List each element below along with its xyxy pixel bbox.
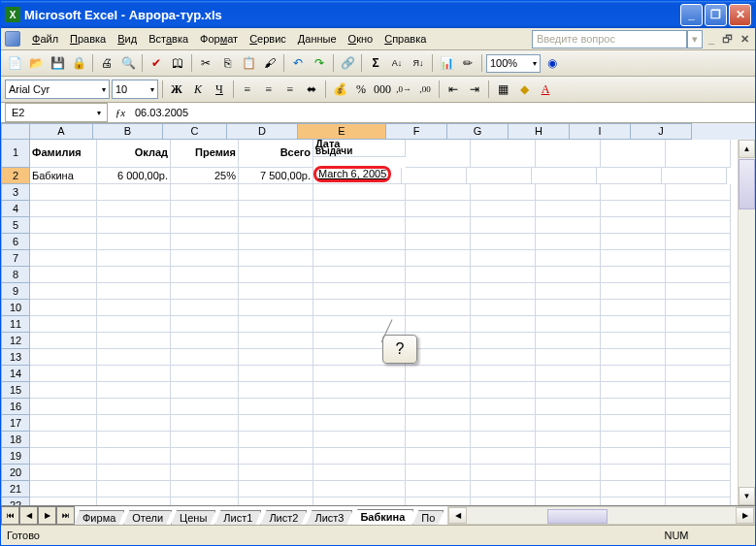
- cell-H16[interactable]: [536, 399, 601, 415]
- row-header-1[interactable]: 1: [1, 140, 30, 168]
- cell-D15[interactable]: [239, 382, 313, 399]
- row-header-2[interactable]: 2: [1, 168, 30, 184]
- cell-D5[interactable]: [239, 217, 313, 234]
- cell-B21[interactable]: [97, 481, 171, 498]
- col-header-h[interactable]: H: [509, 123, 570, 140]
- cell-I7[interactable]: [601, 250, 666, 267]
- cell-G12[interactable]: [471, 333, 536, 349]
- align-left-icon[interactable]: ≡: [238, 80, 257, 99]
- cell-F21[interactable]: [406, 481, 471, 498]
- cell-E16[interactable]: [313, 399, 406, 415]
- font-color-icon[interactable]: А: [536, 80, 555, 99]
- col-header-b[interactable]: B: [93, 123, 163, 140]
- cell-I19[interactable]: [601, 448, 666, 465]
- cell-F20[interactable]: [406, 465, 471, 481]
- doc-minimize[interactable]: _: [707, 33, 716, 45]
- comma-icon[interactable]: 000: [373, 80, 392, 99]
- cell-J18[interactable]: [666, 432, 731, 448]
- cell-C11[interactable]: [171, 316, 239, 333]
- cell-C14[interactable]: [171, 366, 239, 382]
- chart-icon[interactable]: 📊: [437, 53, 456, 73]
- cell-I9[interactable]: [601, 283, 666, 300]
- cell-I18[interactable]: [601, 432, 666, 448]
- cell-C3[interactable]: [171, 184, 239, 201]
- sort-asc-icon[interactable]: А↓: [387, 53, 407, 73]
- cell-F10[interactable]: [406, 300, 471, 316]
- tab-nav-last[interactable]: ⏭: [56, 506, 75, 525]
- fill-color-icon[interactable]: ◆: [514, 80, 534, 99]
- cell-C19[interactable]: [171, 448, 239, 465]
- cell-E4[interactable]: [313, 201, 406, 217]
- cell-I3[interactable]: [601, 184, 666, 201]
- cell-A4[interactable]: [30, 201, 97, 217]
- cell-F5[interactable]: [406, 217, 471, 234]
- tab-nav-first[interactable]: ⏮: [1, 506, 19, 525]
- cell-B11[interactable]: [97, 316, 171, 333]
- menu-view[interactable]: Вид: [112, 31, 143, 47]
- row-header-7[interactable]: 7: [1, 250, 30, 267]
- cell-B12[interactable]: [97, 333, 171, 349]
- cell-F7[interactable]: [406, 250, 471, 267]
- cell-A16[interactable]: [30, 399, 97, 415]
- spellcheck-icon[interactable]: ✔: [147, 53, 166, 73]
- cell-C5[interactable]: [171, 217, 239, 234]
- help-search[interactable]: Введите вопрос: [532, 30, 687, 48]
- col-header-j[interactable]: J: [631, 123, 692, 140]
- cell-F14[interactable]: [406, 366, 471, 382]
- cell-G13[interactable]: [471, 349, 536, 366]
- underline-button[interactable]: Ч: [210, 80, 229, 99]
- zoom-combo[interactable]: 100%▾: [486, 54, 541, 73]
- cell-I1[interactable]: [601, 140, 666, 168]
- cell-J3[interactable]: [666, 184, 731, 201]
- cell-A2[interactable]: Бабкина: [30, 168, 97, 184]
- open-icon[interactable]: 📂: [26, 53, 46, 73]
- align-right-icon[interactable]: ≡: [280, 80, 300, 99]
- cell-F17[interactable]: [406, 415, 471, 432]
- menu-file[interactable]: Файл: [26, 31, 64, 47]
- cell-B2[interactable]: 6 000,00р.: [97, 168, 171, 184]
- cell-B4[interactable]: [97, 201, 171, 217]
- cell-F8[interactable]: [406, 267, 471, 283]
- cell-A20[interactable]: [30, 465, 97, 481]
- cell-D13[interactable]: [239, 349, 313, 366]
- cell-I16[interactable]: [601, 399, 666, 415]
- doc-close[interactable]: ✕: [739, 33, 751, 46]
- cell-G22[interactable]: [471, 498, 536, 505]
- cell-H12[interactable]: [536, 333, 601, 349]
- row-header-13[interactable]: 13: [1, 349, 30, 366]
- preview-icon[interactable]: 🔍: [118, 53, 138, 73]
- cell-H1[interactable]: [536, 140, 601, 168]
- col-header-a[interactable]: A: [30, 123, 93, 140]
- currency-icon[interactable]: 💰: [330, 80, 349, 99]
- cell-B10[interactable]: [97, 300, 171, 316]
- cell-E8[interactable]: [313, 267, 406, 283]
- cell-A12[interactable]: [30, 333, 97, 349]
- col-header-g[interactable]: G: [447, 123, 509, 140]
- cell-J9[interactable]: [666, 283, 731, 300]
- cell-D19[interactable]: [239, 448, 313, 465]
- cell-E19[interactable]: [313, 448, 406, 465]
- cell-J14[interactable]: [666, 366, 731, 382]
- cell-G6[interactable]: [471, 234, 536, 250]
- cell-C18[interactable]: [171, 432, 239, 448]
- doc-restore[interactable]: 🗗: [720, 33, 735, 45]
- cell-E10[interactable]: [313, 300, 406, 316]
- cell-D9[interactable]: [239, 283, 313, 300]
- col-header-d[interactable]: D: [227, 123, 298, 140]
- col-header-e[interactable]: E: [298, 123, 386, 140]
- cell-J11[interactable]: [666, 316, 731, 333]
- row-header-9[interactable]: 9: [1, 283, 30, 300]
- cell-B5[interactable]: [97, 217, 171, 234]
- cell-H6[interactable]: [536, 234, 601, 250]
- row-header-3[interactable]: 3: [1, 184, 30, 201]
- cell-E6[interactable]: [313, 234, 406, 250]
- cell-A3[interactable]: [30, 184, 97, 201]
- cell-H3[interactable]: [536, 184, 601, 201]
- formula-input[interactable]: 06.03.2005: [133, 107, 755, 118]
- row-header-22[interactable]: 22: [1, 498, 30, 505]
- row-header-17[interactable]: 17: [1, 415, 30, 432]
- cell-H8[interactable]: [536, 267, 601, 283]
- name-box[interactable]: E2▾: [5, 103, 108, 122]
- cell-I14[interactable]: [601, 366, 666, 382]
- sheet-tab[interactable]: Цены: [171, 510, 215, 525]
